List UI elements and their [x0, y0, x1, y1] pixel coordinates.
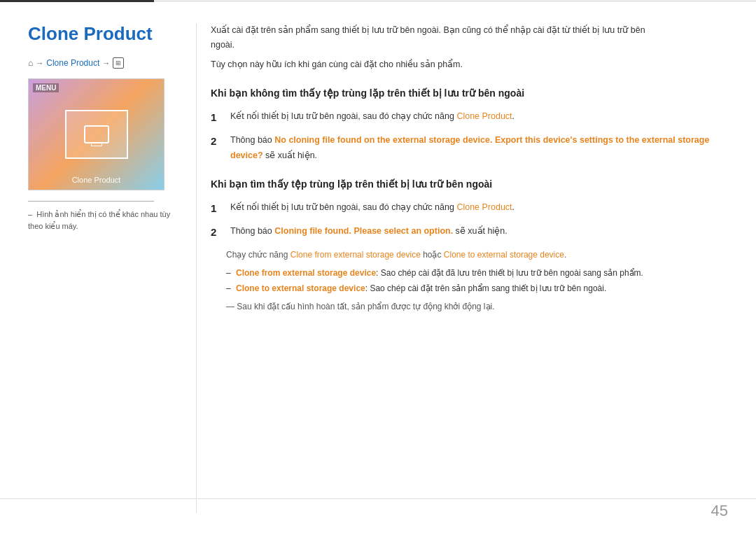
item2-text-before: Thông báo	[230, 135, 274, 145]
s2-item1-text: Kết nối thiết bị lưu trữ bên ngoài, sau …	[230, 200, 728, 218]
section1-list: 1 Kết nối thiết bị lưu trữ bên ngoài, sa…	[211, 109, 728, 163]
intro-text-2: Tùy chọn này hữu ích khi gán cùng cài đặ…	[211, 57, 728, 72]
bullet1-label: Clone from external storage device	[236, 268, 376, 278]
item2-text-after: sẽ xuất hiện.	[263, 150, 318, 160]
page-title: Clone Product	[28, 23, 175, 45]
bullet1-text: : Sao chép cài đặt đã lưu trên thiết bị …	[376, 268, 643, 278]
s2-item2-before: Thông báo	[230, 226, 274, 236]
bullet-item-2: Clone to external storage device: Sao ch…	[226, 281, 728, 295]
tv-preview: MENU Clone Product	[28, 78, 164, 194]
item1-text-before: Kết nối thiết bị lưu trữ bên ngoài, sau …	[230, 111, 456, 121]
tv-caption: Clone Product	[72, 176, 121, 184]
item1-text-after: .	[512, 111, 514, 121]
sub-note: Chạy chức năng Clone from external stora…	[226, 248, 728, 262]
left-column: Clone Product ⌂ → Clone Product → ⊞ MENU…	[28, 23, 196, 513]
section1-item2: 2 Thông báo No cloning file found on the…	[211, 133, 728, 163]
section2-item2: 2 Thông báo Cloning file found. Please s…	[211, 224, 728, 241]
item-number-3: 1	[211, 199, 226, 218]
tv-screen: MENU Clone Product	[28, 78, 164, 190]
s2-item2-after: sẽ xuất hiện.	[453, 226, 507, 236]
item-number-2: 2	[211, 132, 226, 163]
right-column: Xuất cài đặt trên sản phẩm sang thiết bị…	[196, 23, 728, 513]
intro-line1b: ngoài.	[211, 40, 234, 50]
sub-note-orange2: Clone to external storage device	[444, 250, 564, 260]
item-number-4: 2	[211, 223, 226, 241]
top-border-right	[154, 1, 756, 1]
intro-text-1: Xuất cài đặt trên sản phẩm sang thiết bị…	[211, 23, 728, 53]
section2-item1: 1 Kết nối thiết bị lưu trữ bên ngoài, sa…	[211, 200, 728, 218]
em-dash-note: Sau khi đặt cấu hình hoàn tất, sản phẩm …	[226, 300, 728, 314]
content-area: Clone Product ⌂ → Clone Product → ⊞ MENU…	[0, 2, 756, 534]
item1-link: Clone Product	[456, 111, 512, 121]
bullet2-label: Clone to external storage device	[236, 283, 365, 293]
dash: –	[28, 209, 32, 220]
tv-icon	[84, 125, 109, 143]
item-number-1: 1	[211, 108, 226, 127]
page-container: Clone Product ⌂ → Clone Product → ⊞ MENU…	[0, 0, 756, 534]
item2-text: Thông báo No cloning file found on the e…	[230, 133, 728, 163]
item1-text: Kết nối thiết bị lưu trữ bên ngoài, sau …	[230, 109, 728, 127]
s2-item1-before: Kết nối thiết bị lưu trữ bên ngoài, sau …	[230, 202, 456, 212]
breadcrumb-link[interactable]: Clone Product	[46, 58, 99, 68]
image-note-text: Hình ảnh hiển thị có thể khác nhau tùy t…	[28, 210, 170, 230]
tv-overlay-box	[65, 110, 128, 159]
menu-label: MENU	[33, 83, 59, 92]
section1-item1: 1 Kết nối thiết bị lưu trữ bên ngoài, sa…	[211, 109, 728, 127]
page-number: 45	[711, 502, 728, 520]
breadcrumb-arrow2: →	[102, 59, 110, 67]
breadcrumb-arrow: →	[36, 59, 43, 67]
bullet-list: Clone from external storage device: Sao …	[226, 266, 728, 296]
section1-title: Khi bạn không tìm thấy tệp trùng lặp trê…	[211, 86, 728, 101]
bullet-item-1: Clone from external storage device: Sao …	[226, 266, 728, 280]
image-note: – Hình ảnh hiển thị có thể khác nhau tùy…	[28, 209, 175, 232]
breadcrumb: ⌂ → Clone Product → ⊞	[28, 57, 175, 69]
s2-item2-orange: Cloning file found. Please select an opt…	[274, 226, 453, 236]
sub-note-orange1: Clone from external storage device	[290, 250, 421, 260]
s2-item2-text: Thông báo Cloning file found. Please sel…	[230, 224, 728, 241]
separator-line	[28, 201, 154, 202]
home-icon: ⌂	[28, 58, 33, 68]
breadcrumb-end-icon: ⊞	[113, 57, 124, 69]
bullet2-text: : Sao chép cài đặt trên sản phẩm sang th…	[365, 283, 607, 293]
intro-line1: Xuất cài đặt trên sản phẩm sang thiết bị…	[211, 25, 645, 35]
section2-list: 1 Kết nối thiết bị lưu trữ bên ngoài, sa…	[211, 200, 728, 241]
section2-title: Khi bạn tìm thấy tệp trùng lặp trên thiế…	[211, 177, 728, 192]
s2-item1-after: .	[512, 202, 514, 212]
bottom-line	[0, 498, 756, 499]
s2-item1-link: Clone Product	[456, 202, 512, 212]
